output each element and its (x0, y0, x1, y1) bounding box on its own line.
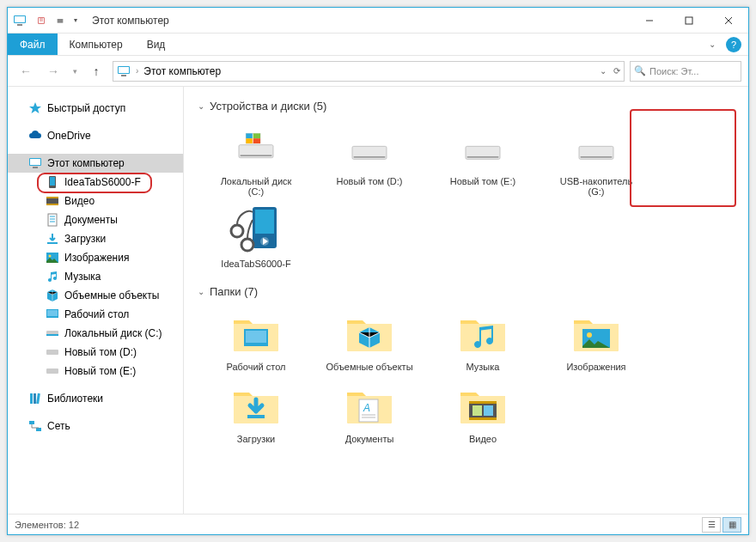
sidebar-video[interactable]: Видео (8, 192, 183, 210)
sidebar-desktop[interactable]: Рабочий стол (8, 305, 183, 324)
network-icon (28, 419, 42, 433)
status-item-count: Элементов: 12 (15, 520, 79, 530)
folder-downloads-icon (232, 386, 280, 425)
svg-rect-44 (581, 156, 613, 158)
folder-desktop-icon (232, 314, 280, 353)
ribbon: Файл Компьютер Вид ⌄ ? (8, 33, 748, 56)
section-folders-header[interactable]: ⌄ Папки (7) (198, 281, 735, 301)
sidebar-pictures[interactable]: Изображения (8, 248, 183, 267)
maximize-button[interactable] (669, 8, 709, 33)
svg-rect-58 (469, 401, 497, 404)
qat-dropdown-button[interactable]: ▾ (70, 11, 82, 30)
drive-icon (46, 326, 59, 340)
svg-rect-27 (30, 393, 33, 404)
sidebar-quick-access[interactable]: Быстрый доступ (8, 99, 183, 118)
sidebar-music[interactable]: Музыка (8, 267, 183, 286)
folder-pictures-icon (572, 314, 620, 353)
drive-usb-g[interactable]: USB-накопитель (G:) (552, 121, 641, 197)
qat-new-folder-button[interactable] (51, 11, 70, 30)
minimize-button[interactable] (630, 8, 669, 33)
svg-rect-7 (119, 67, 129, 73)
address-bar[interactable]: › Этот компьютер ⌄ ⟳ (113, 61, 625, 82)
svg-rect-25 (46, 350, 58, 355)
sidebar-documents[interactable]: Документы (8, 210, 183, 229)
nav-forward-button[interactable]: → (42, 60, 64, 82)
nav-up-button[interactable]: ↑ (85, 60, 107, 82)
sidebar-3d-objects[interactable]: Объемные объекты (8, 286, 183, 305)
star-icon (28, 101, 42, 115)
drive-local-c[interactable]: Локальный диск (C:) (211, 121, 301, 197)
downloads-icon (46, 232, 59, 246)
media-player-icon (229, 204, 284, 257)
navigation-bar: ← → ▾ ↑ › Этот компьютер ⌄ ⟳ 🔍 Поиск: Эт… (8, 56, 748, 87)
qat-properties-button[interactable] (32, 11, 51, 30)
close-button[interactable] (709, 8, 748, 33)
svg-rect-24 (46, 334, 58, 336)
music-icon (46, 270, 59, 283)
folder-music[interactable]: Музыка (438, 307, 527, 372)
status-bar: Элементов: 12 ☰ ▦ (8, 514, 748, 534)
item-label: Новый том (E:) (450, 176, 515, 186)
nav-back-button[interactable]: ← (15, 60, 37, 82)
view-details-button[interactable]: ☰ (702, 517, 721, 533)
folder-documents[interactable]: A Документы (325, 379, 414, 444)
quick-access-toolbar: ▾ (32, 11, 82, 30)
svg-rect-28 (34, 393, 36, 404)
sidebar-local-c[interactable]: Локальный диск (C:) (8, 324, 183, 343)
section-devices-header[interactable]: ⌄ Устройства и диски (5) (198, 95, 735, 116)
sidebar-this-pc[interactable]: Этот компьютер (8, 154, 183, 173)
sidebar-new-d[interactable]: Новый том (D:) (8, 343, 183, 362)
svg-rect-30 (29, 421, 34, 424)
device-icon (46, 175, 59, 189)
refresh-button[interactable]: ⟳ (608, 66, 620, 76)
pc-icon (28, 156, 42, 170)
item-label: Рабочий стол (226, 362, 285, 372)
sidebar-libraries[interactable]: Библиотеки (8, 389, 183, 408)
nav-recent-dropdown[interactable]: ▾ (70, 60, 80, 82)
sidebar-new-e[interactable]: Новый том (E:) (8, 362, 183, 381)
svg-point-53 (587, 332, 592, 338)
svg-text:A: A (363, 402, 370, 414)
svg-rect-22 (47, 310, 58, 316)
documents-icon (46, 213, 59, 227)
folder-music-icon (459, 314, 507, 353)
folder-3d-icon (345, 314, 393, 353)
folder-pictures[interactable]: Изображения (552, 307, 641, 372)
svg-rect-38 (253, 138, 260, 143)
folder-desktop[interactable]: Рабочий стол (211, 307, 301, 372)
sidebar-network[interactable]: Сеть (8, 417, 183, 435)
item-label: IdeaTabS6000-F (221, 259, 290, 269)
svg-rect-15 (46, 197, 58, 198)
tab-view[interactable]: Вид (135, 33, 178, 55)
svg-rect-40 (354, 156, 386, 158)
svg-rect-18 (47, 242, 58, 244)
svg-rect-37 (246, 138, 253, 143)
navigation-pane: Быстрый доступ OneDrive Этот компьютер I… (8, 87, 184, 514)
drive-new-d[interactable]: Новый том (D:) (325, 121, 414, 197)
help-button[interactable]: ? (726, 37, 741, 52)
tab-computer[interactable]: Компьютер (58, 33, 135, 55)
item-label: Изображения (566, 362, 625, 372)
svg-rect-59 (469, 417, 497, 420)
search-box[interactable]: 🔍 Поиск: Эт... (630, 61, 741, 82)
view-icons-button[interactable]: ▦ (722, 517, 741, 533)
tab-file[interactable]: Файл (8, 33, 58, 55)
svg-rect-60 (472, 405, 482, 416)
folder-3d-objects[interactable]: Объемные объекты (325, 307, 414, 372)
sidebar-downloads[interactable]: Загрузки (8, 229, 183, 248)
content-pane: ⌄ Устройства и диски (5) Локальный диск … (184, 87, 748, 514)
folder-downloads[interactable]: Загрузки (211, 379, 301, 444)
chevron-down-icon: ⌄ (198, 287, 204, 296)
drive-new-e[interactable]: Новый том (E:) (438, 121, 527, 197)
explorer-window: ▾ Этот компьютер Файл Компьютер Вид ⌄ ? … (7, 7, 749, 535)
svg-rect-5 (686, 17, 692, 24)
device-ideatab[interactable]: IdeaTabS6000-F (211, 204, 301, 269)
address-dropdown-button[interactable]: ⌄ (600, 66, 607, 76)
sidebar-onedrive[interactable]: OneDrive (8, 126, 183, 145)
sidebar-device-ideatab[interactable]: IdeaTabS6000-F (8, 173, 183, 192)
expand-ribbon-button[interactable]: ⌄ (704, 36, 721, 52)
svg-rect-17 (48, 214, 57, 226)
search-placeholder: Поиск: Эт... (649, 66, 699, 76)
pictures-icon (46, 251, 59, 265)
folder-video[interactable]: Видео (438, 379, 527, 444)
